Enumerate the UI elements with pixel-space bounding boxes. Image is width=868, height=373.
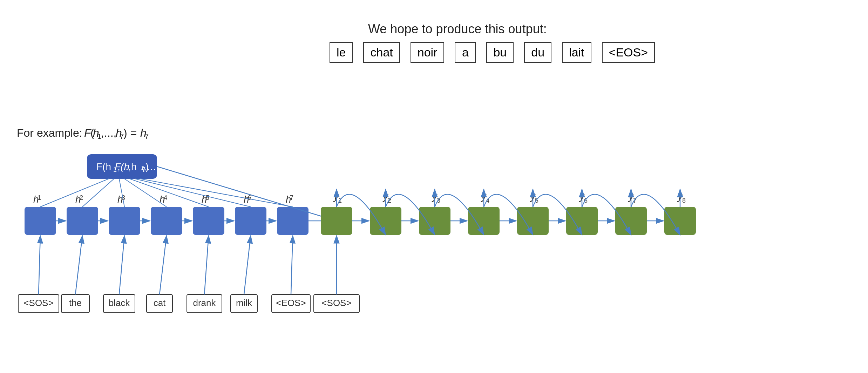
svg-line-56 xyxy=(135,179,251,207)
svg-rect-32 xyxy=(231,294,257,313)
svg-line-53 xyxy=(119,179,124,207)
encoder-box-h4 xyxy=(151,207,182,235)
svg-text:1: 1 xyxy=(113,166,117,173)
svg-text:y: y xyxy=(530,191,536,202)
svg-text:₁,…,h₇): ₁,…,h₇) xyxy=(140,161,172,172)
svg-text:y: y xyxy=(382,191,389,202)
svg-text:5: 5 xyxy=(206,194,209,201)
svg-text:y: y xyxy=(579,191,585,202)
svg-line-36 xyxy=(39,236,40,294)
svg-text:2: 2 xyxy=(388,197,391,204)
svg-text:F(h: F(h xyxy=(115,161,129,172)
svg-text:6: 6 xyxy=(584,197,588,204)
svg-text:1: 1 xyxy=(97,133,101,140)
svg-text:y: y xyxy=(333,191,339,202)
decoder-box-6 xyxy=(566,207,598,235)
svg-text:h: h xyxy=(93,127,99,139)
svg-line-39 xyxy=(160,236,167,294)
svg-text:F: F xyxy=(84,127,92,139)
svg-text:h: h xyxy=(286,194,291,205)
svg-text:y: y xyxy=(628,191,634,202)
svg-text:4: 4 xyxy=(164,194,167,201)
svg-line-69 xyxy=(157,167,337,221)
svg-text:3: 3 xyxy=(122,194,125,201)
svg-line-41 xyxy=(244,236,251,294)
svg-text:,...,h: ,...,h xyxy=(117,161,136,172)
output-label: We hope to produce this output: xyxy=(368,22,547,36)
svg-text:For example:: For example: xyxy=(17,127,82,139)
svg-rect-30 xyxy=(187,294,222,313)
svg-line-37 xyxy=(75,236,82,294)
svg-text:3: 3 xyxy=(437,197,440,204)
encoder-box-h2 xyxy=(67,207,98,235)
encoder-box-h5 xyxy=(193,207,224,235)
decoder-box-2 xyxy=(370,207,401,235)
svg-text:7: 7 xyxy=(120,133,124,140)
svg-text:<EOS>: <EOS> xyxy=(276,298,306,308)
svg-text:6: 6 xyxy=(248,194,251,201)
svg-text:4: 4 xyxy=(486,197,489,204)
svg-text:h: h xyxy=(75,194,81,205)
svg-text:h: h xyxy=(140,127,147,139)
svg-line-42 xyxy=(291,236,293,294)
svg-text:7: 7 xyxy=(633,197,637,204)
svg-text:F(h: F(h xyxy=(96,161,111,172)
decoder-box-7 xyxy=(615,207,647,235)
svg-text:drank: drank xyxy=(193,298,216,308)
output-token-du: du xyxy=(524,42,551,63)
svg-text:h: h xyxy=(202,194,207,205)
svg-text:cat: cat xyxy=(154,298,166,308)
svg-text:7: 7 xyxy=(145,133,149,140)
svg-text:h: h xyxy=(116,127,122,139)
svg-line-55 xyxy=(130,179,209,207)
svg-text:<SOS>: <SOS> xyxy=(23,298,53,308)
svg-text:black: black xyxy=(109,298,130,308)
svg-text:the: the xyxy=(69,298,82,308)
output-token-chat: chat xyxy=(363,42,400,63)
svg-text:): ) xyxy=(145,161,149,172)
encoder-box-h7 xyxy=(277,207,308,235)
output-boxes: le chat noir a bu du lait <EOS> xyxy=(330,42,655,63)
svg-text:(: ( xyxy=(90,127,94,139)
svg-text:milk: milk xyxy=(236,298,252,308)
svg-text:1: 1 xyxy=(38,194,41,201)
svg-text:y: y xyxy=(677,191,683,202)
svg-text:,...,: ,..., xyxy=(101,127,116,139)
svg-text:2: 2 xyxy=(80,194,83,201)
output-token-eos: <EOS> xyxy=(602,42,655,63)
output-token-le: le xyxy=(330,42,353,63)
encoder-box-h6 xyxy=(235,207,266,235)
svg-text:y: y xyxy=(432,191,438,202)
output-token-a: a xyxy=(455,42,476,63)
svg-text:7: 7 xyxy=(290,194,293,201)
svg-text:7: 7 xyxy=(142,166,145,173)
svg-text:1: 1 xyxy=(338,197,342,204)
encoder-box-h1 xyxy=(25,207,56,235)
svg-line-54 xyxy=(124,179,167,207)
output-token-lait: lait xyxy=(562,42,591,63)
svg-text:5: 5 xyxy=(535,197,538,204)
svg-rect-24 xyxy=(61,294,89,313)
svg-text:h: h xyxy=(244,194,249,205)
svg-text:h: h xyxy=(160,194,165,205)
svg-line-38 xyxy=(119,236,124,294)
svg-line-52 xyxy=(82,179,114,207)
svg-text:8: 8 xyxy=(682,197,686,204)
svg-rect-102 xyxy=(314,294,359,313)
output-token-noir: noir xyxy=(411,42,445,63)
decoder-box-5 xyxy=(517,207,549,235)
svg-text:) =: ) = xyxy=(123,127,137,139)
svg-rect-28 xyxy=(147,294,172,313)
svg-text:<SOS>: <SOS> xyxy=(321,298,351,308)
svg-rect-43 xyxy=(87,154,157,179)
svg-text:y: y xyxy=(481,191,487,202)
svg-rect-22 xyxy=(18,294,59,313)
decoder-box-1 xyxy=(321,207,352,235)
svg-line-51 xyxy=(40,179,109,207)
svg-rect-34 xyxy=(272,294,310,313)
svg-line-57 xyxy=(140,179,293,207)
svg-text:h: h xyxy=(33,194,39,205)
output-token-bu: bu xyxy=(486,42,514,63)
svg-line-40 xyxy=(204,236,209,294)
encoder-box-h3 xyxy=(109,207,140,235)
